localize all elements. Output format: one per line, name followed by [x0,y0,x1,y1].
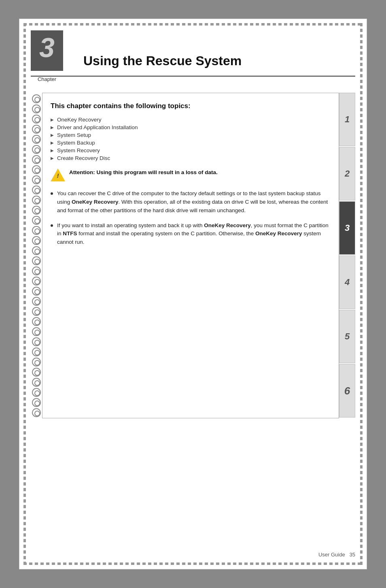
spiral-ring [32,135,41,144]
bullet-dot [51,224,53,227]
chapter-title: Using the Rescue System [79,53,242,71]
spiral-ring [32,368,41,377]
spiral-ring [32,216,41,225]
bullet-section: You can recover the C drive of the compu… [51,190,331,247]
side-tab-5[interactable]: 5 [339,310,355,363]
spiral-ring [32,175,41,184]
spiral-ring [32,256,41,265]
list-item: Driver and Application Installation [51,124,331,130]
spiral-ring [32,165,41,174]
bullet-dot [51,192,53,195]
page: 3 Chapter Using the Rescue System [19,19,367,569]
footer-label: User Guide [318,552,345,558]
page-number: 35 [350,552,355,558]
chapter-number: 3 [39,34,55,61]
spiral-ring [32,125,41,134]
warning-exclaim-mark: ! [57,173,59,179]
topics-heading: This chapter contains the following topi… [51,101,331,111]
list-item: System Setup [51,132,331,138]
spiral-ring [32,327,41,336]
spiral-ring [32,226,41,235]
spiral-ring [32,155,41,164]
spiral-ring [32,196,41,205]
bullet-text-1: You can recover the C drive of the compu… [57,190,331,215]
warning-icon: ! [51,168,65,183]
spiral-ring [32,317,41,326]
spiral-binding [31,93,42,418]
spiral-ring [32,398,41,407]
list-item: System Backup [51,140,331,146]
page-content: 3 Chapter Using the Rescue System [31,30,355,558]
list-item: OneKey Recovery [51,117,331,123]
spiral-ring [32,358,41,366]
spiral-ring [32,277,41,285]
spiral-ring [32,115,41,124]
spiral-ring [32,246,41,255]
list-item: System Recovery [51,147,331,153]
side-tabs: 1 2 3 4 5 6 [339,93,355,418]
warning-box: ! Attention: Using this program will res… [51,168,331,183]
spiral-ring [32,104,41,113]
footer: User Guide 35 [318,552,355,558]
chapter-number-block: 3 [31,30,63,71]
spiral-ring [32,185,41,194]
chapter-header: 3 Chapter Using the Rescue System [31,30,355,77]
side-tab-1[interactable]: 1 [339,93,355,146]
spiral-ring [32,378,41,387]
chapter-label: Chapter [31,76,63,82]
dashed-border-left [23,23,26,565]
dashed-border-bottom [23,562,363,565]
spiral-ring [32,287,41,296]
dashed-border-top [23,23,363,26]
spiral-ring [32,236,41,245]
spiral-ring [32,266,41,275]
side-tab-2[interactable]: 2 [339,147,355,200]
spiral-ring [32,297,41,306]
bullet-text-2: If you want to install an operating syst… [57,222,331,247]
side-tab-4[interactable]: 4 [339,256,355,309]
main-area: This chapter contains the following topi… [31,93,355,418]
bullet-item-2: If you want to install an operating syst… [51,222,331,247]
content-box: This chapter contains the following topi… [42,93,339,418]
bullet-item-1: You can recover the C drive of the compu… [51,190,331,215]
warning-text: Attention: Using this program will resul… [69,168,218,177]
spiral-ring [32,94,41,103]
spiral-ring [32,347,41,356]
topic-list: OneKey Recovery Driver and Application I… [51,117,331,161]
spiral-ring [32,307,41,316]
spiral-ring [32,145,41,154]
list-item: Create Recovery Disc [51,155,331,161]
spiral-ring [32,337,41,346]
spiral-ring [32,408,41,417]
side-tab-3[interactable]: 3 [339,201,355,255]
spiral-ring [32,388,41,397]
dashed-border-right [360,23,363,565]
side-tab-6[interactable]: 6 [339,364,355,418]
spiral-ring [32,206,41,215]
